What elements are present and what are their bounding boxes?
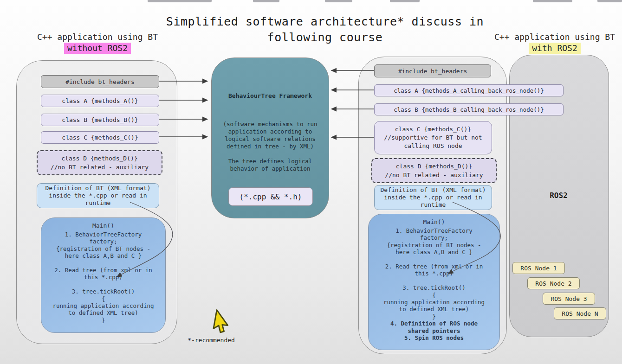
- diagram-canvas: Simplified software architecture* discus…: [0, 0, 622, 364]
- ros-node-2: ROS Node 2: [527, 277, 580, 289]
- left-column-header: C++ application using BT without ROS2: [26, 32, 169, 54]
- framework-description: (software mechanisms to run application …: [212, 121, 329, 150]
- right-class-c-box: class C {methods_C()} //supportive for B…: [374, 121, 492, 154]
- right-main-body: 1. BehaviorTreeFactory factory; {registr…: [369, 227, 499, 320]
- page-title: Simplified software architecture* discus…: [139, 14, 511, 45]
- left-class-b-box: class B {methods_B()}: [41, 114, 159, 126]
- left-column-header-highlight: without ROS2: [64, 43, 131, 54]
- left-class-a-box: class A {methods_A()}: [41, 95, 159, 107]
- left-class-c-box: class C {methods_C()}: [41, 131, 159, 144]
- right-column-header: C++ application using BT with ROS2: [487, 32, 622, 54]
- right-class-b-box: class B {methods_B_calling_back_ros_node…: [374, 103, 564, 115]
- right-column-header-text: C++ application using BT: [487, 32, 622, 43]
- left-bt-definition-box: Definition of BT (XML format) inside the…: [37, 183, 159, 208]
- top-edge-artifact: [533, 0, 572, 2]
- right-column-header-highlight: with ROS2: [529, 43, 581, 54]
- page-title-line2: following course: [139, 30, 511, 45]
- left-main-body: 1. BehaviorTreeFactory factory; {registr…: [41, 231, 165, 324]
- top-edge-artifact: [148, 0, 212, 2]
- top-edge-artifact: [597, 0, 622, 2]
- right-main-title: Main(): [369, 214, 499, 225]
- ros-node-1: ROS Node 1: [512, 262, 565, 274]
- framework-box: BehaviourTree Framework (software mechan…: [211, 57, 329, 218]
- ros-node-3: ROS Node 3: [543, 293, 595, 305]
- right-main-body-ros-steps: 4. Definition of ROS node shared pointer…: [369, 320, 499, 341]
- left-main-box: Main() 1. BehaviorTreeFactory factory; {…: [41, 217, 166, 333]
- framework-description-2: The tree defines logical behavior of app…: [212, 158, 329, 172]
- framework-title: BehaviourTree Framework: [212, 92, 329, 99]
- page-title-line1: Simplified software architecture* discus…: [139, 14, 511, 30]
- left-class-d-box: class D {methods_D()} //no BT related - …: [37, 150, 162, 175]
- ros-node-n: ROS Node N: [554, 307, 606, 319]
- right-main-box: Main() 1. BehaviorTreeFactory factory; {…: [368, 214, 500, 350]
- ros2-title: ROS2: [509, 191, 608, 200]
- right-include-box: #include bt_headers: [374, 64, 491, 77]
- left-include-box: #include bt_headers: [41, 75, 159, 88]
- top-edge-artifact: [253, 0, 279, 2]
- right-class-a-box: class A {methods_A_calling_back_ros_node…: [374, 84, 564, 96]
- top-edge-artifact: [390, 0, 420, 2]
- top-edge-artifact: [325, 0, 352, 2]
- right-class-d-box: class D {methods_D()} //no BT related - …: [371, 158, 497, 183]
- left-main-title: Main(): [41, 218, 165, 229]
- mouse-cursor-icon: [210, 308, 234, 337]
- framework-files-box: (*.cpp && *.h): [228, 187, 313, 206]
- recommended-footnote: *-recommended: [165, 337, 258, 344]
- right-bt-definition-box: Definition of BT (XML format) inside the…: [374, 185, 492, 210]
- left-column-header-text: C++ application using BT: [26, 32, 169, 43]
